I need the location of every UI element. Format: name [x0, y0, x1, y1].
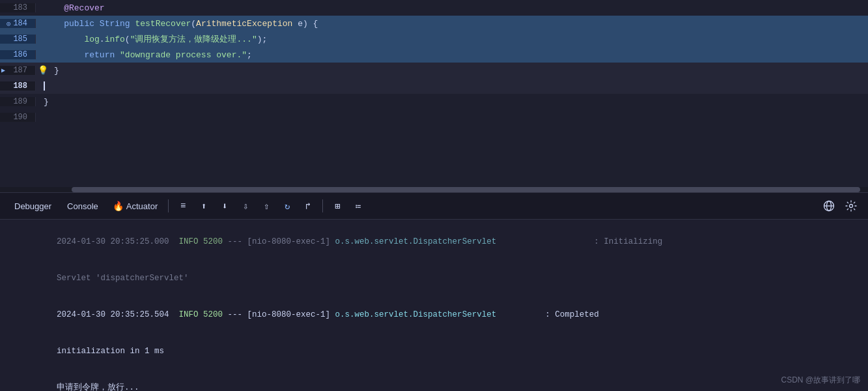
toolbar-download2-btn[interactable]: ⇩ [236, 198, 255, 214]
servlet-name-faded: Servlet 'dispatcherServlet' [57, 274, 189, 283]
class-faded: o.s.web.servlet.DispatcherServlet [335, 237, 497, 246]
debug-pointer-icon: ▶ [1, 66, 5, 74]
line-content-185: log.info("调用恢复方法，做降级处理..."); [36, 33, 868, 45]
code-lines: 183 @Recover 184 ⊙ public String testRec… [0, 0, 868, 187]
line-content-186: return "downgrade process over."; [36, 50, 868, 60]
code-line-186: 186 return "downgrade process over."; [0, 47, 868, 63]
svg-point-3 [850, 205, 853, 208]
globe-icon-btn[interactable] [820, 197, 838, 215]
class-completed: o.s.web.servlet.DispatcherServlet [335, 310, 497, 319]
line-content-188 [36, 81, 868, 91]
settings-icon-btn[interactable] [842, 197, 860, 215]
info-level-faded: INFO 5200 [179, 237, 223, 246]
code-line-189: 189 } [0, 94, 868, 109]
code-line-184: 184 ⊙ public String testRecover(Arithmet… [0, 16, 868, 31]
globe-icon [823, 200, 835, 212]
line-content-187: } [36, 66, 868, 76]
code-line-183: 183 @Recover [0, 0, 868, 16]
console-line-completed: 2024-01-30 20:35:25.504 INFO 5200 --- [n… [0, 297, 868, 333]
actuator-flame-icon: 🔥 [113, 201, 124, 211]
toolbar-refresh-btn[interactable]: ↻ [278, 198, 296, 214]
horizontal-scrollbar[interactable] [0, 187, 868, 192]
line-number-189: 189 [0, 97, 36, 106]
gear-icon [845, 200, 857, 212]
debugger-tab[interactable]: Debugger [8, 199, 58, 214]
line-number-184: 184 [0, 19, 36, 28]
msg-faded: : Initializing [496, 237, 662, 246]
line-number-186: 186 [0, 50, 36, 59]
code-editor: 183 @Recover 184 ⊙ public String testRec… [0, 0, 868, 192]
line-number-188: 188 [0, 81, 36, 91]
line-number-187: 187 ▶ [0, 66, 36, 75]
line-content-184: public String testRecover(ArithmeticExce… [36, 19, 868, 29]
scrollbar-thumb[interactable] [72, 187, 860, 192]
actuator-label: Actuator [126, 201, 158, 211]
thread-completed: --- [nio-8080-exec-1] [223, 310, 335, 319]
csdn-watermark: CSDN @故事讲到了哪 [781, 375, 860, 386]
separator-2 [322, 199, 323, 212]
console-wrapper: 2024-01-30 20:35:25.000 INFO 5200 --- [n… [0, 220, 868, 391]
lightbulb-icon: 💡 [38, 65, 48, 76]
toolbar-list-btn[interactable]: ≔ [349, 198, 367, 214]
toolbar-download-btn[interactable]: ⬇ [216, 198, 234, 214]
toolbar-table-btn[interactable]: ⊞ [328, 198, 346, 214]
bottom-section: Debugger Console 🔥 Actuator ≡ ⬆ ⬇ ⇩ ⇧ ↻ … [0, 192, 868, 391]
console-line-prev: 2024-01-30 20:35:25.000 INFO 5200 --- [n… [0, 224, 868, 260]
timestamp-faded: 2024-01-30 20:35:25.000 [57, 237, 179, 246]
timestamp-completed: 2024-01-30 20:35:25.504 [57, 310, 179, 319]
console-line-init: initialization in 1 ms [0, 333, 868, 369]
breakpoint-arrow-icon: ⊙ [7, 20, 11, 28]
line-number-190: 190 [0, 113, 36, 122]
bottom-toolbar: Debugger Console 🔥 Actuator ≡ ⬆ ⬇ ⇩ ⇧ ↻ … [0, 192, 868, 220]
init-text: initialization in 1 ms [57, 347, 164, 356]
console-line-prev-cont: Servlet 'dispatcherServlet' [0, 260, 868, 297]
line-number-185: 185 [0, 35, 36, 44]
toolbar-right [820, 197, 860, 215]
info-level-completed: INFO 5200 [179, 310, 223, 319]
console-line-token: 申请到令牌，放行... [0, 369, 868, 391]
line-number-183: 183 [0, 3, 36, 12]
toolbar-filter-btn[interactable]: ↱ [299, 198, 317, 214]
line-content-183: @Recover [36, 3, 868, 13]
code-line-190: 190 [0, 109, 868, 125]
line-content-189: } [36, 97, 868, 107]
actuator-tab[interactable]: 🔥 Actuator [107, 198, 163, 214]
text-cursor [44, 81, 45, 91]
console-output: 2024-01-30 20:35:25.000 INFO 5200 --- [n… [0, 220, 868, 391]
separator-1 [168, 199, 169, 212]
msg-completed: : Completed [496, 310, 599, 319]
toolbar-left: Debugger Console 🔥 Actuator ≡ ⬆ ⬇ ⇩ ⇧ ↻ … [8, 198, 367, 214]
console-tab[interactable]: Console [61, 199, 105, 214]
code-line-188: 188 [0, 78, 868, 94]
code-line-185: 185 log.info("调用恢复方法，做降级处理..."); [0, 31, 868, 47]
toolbar-upload-btn[interactable]: ⬆ [195, 198, 213, 214]
thread-faded: --- [nio-8080-exec-1] [223, 237, 335, 246]
token-text: 申请到令牌，放行... [57, 383, 139, 391]
toolbar-upload2-btn[interactable]: ⇧ [257, 198, 275, 214]
code-line-187: 187 ▶ 💡 } [0, 63, 868, 78]
toolbar-menu-btn[interactable]: ≡ [174, 198, 192, 214]
